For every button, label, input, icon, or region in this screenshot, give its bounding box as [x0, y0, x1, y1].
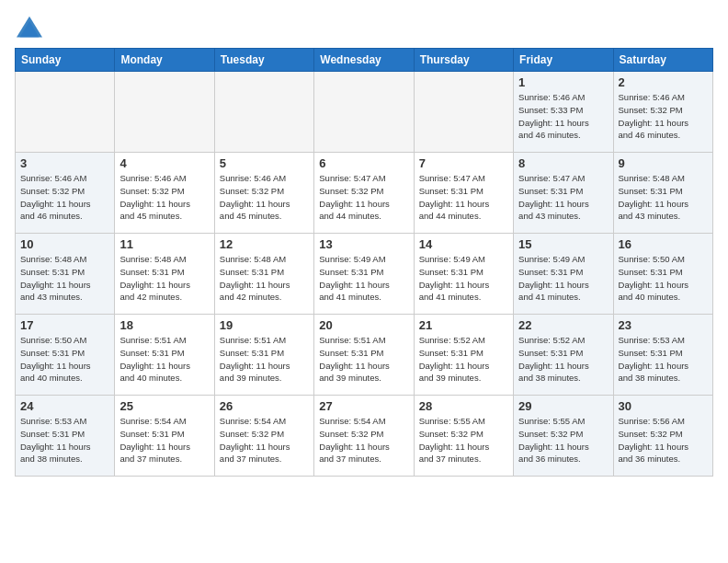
- page-header: [15, 15, 713, 40]
- calendar-cell: 22Sunrise: 5:52 AMSunset: 5:31 PMDayligh…: [514, 315, 613, 396]
- day-info: Sunrise: 5:51 AMSunset: 5:31 PMDaylight:…: [319, 334, 408, 385]
- day-number: 15: [518, 237, 608, 251]
- calendar-cell: 27Sunrise: 5:54 AMSunset: 5:32 PMDayligh…: [314, 396, 414, 477]
- week-row-3: 10Sunrise: 5:48 AMSunset: 5:31 PMDayligh…: [16, 234, 713, 315]
- day-info: Sunrise: 5:49 AMSunset: 5:31 PMDaylight:…: [319, 253, 408, 304]
- calendar-cell: 24Sunrise: 5:53 AMSunset: 5:31 PMDayligh…: [16, 396, 115, 477]
- day-number: 3: [20, 156, 109, 170]
- day-header-thursday: Thursday: [414, 49, 513, 72]
- day-number: 7: [419, 156, 508, 170]
- calendar-cell: 13Sunrise: 5:49 AMSunset: 5:31 PMDayligh…: [314, 234, 414, 315]
- calendar-cell: 1Sunrise: 5:46 AMSunset: 5:33 PMDaylight…: [514, 72, 613, 153]
- day-info: Sunrise: 5:46 AMSunset: 5:32 PMDaylight:…: [119, 172, 209, 223]
- calendar-cell: 26Sunrise: 5:54 AMSunset: 5:32 PMDayligh…: [214, 396, 313, 477]
- day-header-wednesday: Wednesday: [314, 49, 414, 72]
- logo: [15, 15, 48, 40]
- day-info: Sunrise: 5:50 AMSunset: 5:31 PMDaylight:…: [20, 334, 109, 385]
- calendar-cell: [115, 72, 214, 153]
- week-row-2: 3Sunrise: 5:46 AMSunset: 5:32 PMDaylight…: [16, 153, 713, 234]
- day-number: 19: [220, 318, 309, 332]
- day-info: Sunrise: 5:46 AMSunset: 5:32 PMDaylight:…: [619, 91, 708, 142]
- day-info: Sunrise: 5:49 AMSunset: 5:31 PMDaylight:…: [419, 253, 508, 304]
- day-number: 29: [518, 399, 608, 413]
- day-number: 20: [319, 318, 408, 332]
- day-info: Sunrise: 5:52 AMSunset: 5:31 PMDaylight:…: [518, 334, 608, 385]
- calendar-cell: 2Sunrise: 5:46 AMSunset: 5:32 PMDaylight…: [613, 72, 712, 153]
- day-number: 27: [319, 399, 408, 413]
- calendar-cell: 30Sunrise: 5:56 AMSunset: 5:32 PMDayligh…: [613, 396, 712, 477]
- calendar-cell: 6Sunrise: 5:47 AMSunset: 5:32 PMDaylight…: [314, 153, 414, 234]
- day-info: Sunrise: 5:46 AMSunset: 5:32 PMDaylight:…: [20, 172, 109, 223]
- day-number: 16: [619, 237, 708, 251]
- calendar-cell: 9Sunrise: 5:48 AMSunset: 5:31 PMDaylight…: [613, 153, 712, 234]
- day-number: 26: [220, 399, 309, 413]
- day-info: Sunrise: 5:47 AMSunset: 5:31 PMDaylight:…: [518, 172, 608, 223]
- day-header-monday: Monday: [115, 49, 214, 72]
- day-info: Sunrise: 5:49 AMSunset: 5:31 PMDaylight:…: [518, 253, 608, 304]
- day-number: 18: [119, 318, 209, 332]
- day-number: 4: [119, 156, 209, 170]
- calendar-cell: 23Sunrise: 5:53 AMSunset: 5:31 PMDayligh…: [613, 315, 712, 396]
- day-info: Sunrise: 5:53 AMSunset: 5:31 PMDaylight:…: [619, 334, 708, 385]
- day-number: 11: [119, 237, 209, 251]
- calendar-cell: 12Sunrise: 5:48 AMSunset: 5:31 PMDayligh…: [214, 234, 313, 315]
- calendar-cell: 5Sunrise: 5:46 AMSunset: 5:32 PMDaylight…: [214, 153, 313, 234]
- day-info: Sunrise: 5:54 AMSunset: 5:31 PMDaylight:…: [119, 415, 209, 465]
- calendar-cell: 11Sunrise: 5:48 AMSunset: 5:31 PMDayligh…: [115, 234, 214, 315]
- day-info: Sunrise: 5:46 AMSunset: 5:32 PMDaylight:…: [220, 172, 309, 223]
- day-number: 25: [119, 399, 209, 413]
- day-header-sunday: Sunday: [16, 49, 115, 72]
- calendar-cell: 4Sunrise: 5:46 AMSunset: 5:32 PMDaylight…: [115, 153, 214, 234]
- day-number: 17: [20, 318, 109, 332]
- day-number: 5: [220, 156, 309, 170]
- calendar-cell: 10Sunrise: 5:48 AMSunset: 5:31 PMDayligh…: [16, 234, 115, 315]
- day-number: 13: [319, 237, 408, 251]
- week-row-1: 1Sunrise: 5:46 AMSunset: 5:33 PMDaylight…: [16, 72, 713, 153]
- calendar-table: SundayMondayTuesdayWednesdayThursdayFrid…: [15, 48, 713, 477]
- day-info: Sunrise: 5:47 AMSunset: 5:32 PMDaylight:…: [319, 172, 408, 223]
- day-number: 12: [220, 237, 309, 251]
- day-info: Sunrise: 5:47 AMSunset: 5:31 PMDaylight:…: [419, 172, 508, 223]
- day-info: Sunrise: 5:48 AMSunset: 5:31 PMDaylight:…: [220, 253, 309, 304]
- day-number: 1: [518, 75, 608, 89]
- day-info: Sunrise: 5:50 AMSunset: 5:31 PMDaylight:…: [619, 253, 708, 304]
- calendar-cell: [16, 72, 115, 153]
- day-number: 2: [619, 75, 708, 89]
- calendar-cell: 14Sunrise: 5:49 AMSunset: 5:31 PMDayligh…: [414, 234, 513, 315]
- calendar-cell: [414, 72, 513, 153]
- day-number: 23: [619, 318, 708, 332]
- calendar-cell: 8Sunrise: 5:47 AMSunset: 5:31 PMDaylight…: [514, 153, 613, 234]
- calendar-cell: 20Sunrise: 5:51 AMSunset: 5:31 PMDayligh…: [314, 315, 414, 396]
- calendar-cell: 29Sunrise: 5:55 AMSunset: 5:32 PMDayligh…: [514, 396, 613, 477]
- day-header-saturday: Saturday: [613, 49, 712, 72]
- day-number: 10: [20, 237, 109, 251]
- day-info: Sunrise: 5:54 AMSunset: 5:32 PMDaylight:…: [319, 415, 408, 465]
- calendar-cell: 7Sunrise: 5:47 AMSunset: 5:31 PMDaylight…: [414, 153, 513, 234]
- day-info: Sunrise: 5:48 AMSunset: 5:31 PMDaylight:…: [119, 253, 209, 304]
- calendar-cell: 3Sunrise: 5:46 AMSunset: 5:32 PMDaylight…: [16, 153, 115, 234]
- day-number: 24: [20, 399, 109, 413]
- day-header-friday: Friday: [514, 49, 613, 72]
- day-header-row: SundayMondayTuesdayWednesdayThursdayFrid…: [16, 49, 713, 72]
- day-info: Sunrise: 5:51 AMSunset: 5:31 PMDaylight:…: [220, 334, 309, 385]
- day-number: 6: [319, 156, 408, 170]
- calendar-cell: 18Sunrise: 5:51 AMSunset: 5:31 PMDayligh…: [115, 315, 214, 396]
- week-row-5: 24Sunrise: 5:53 AMSunset: 5:31 PMDayligh…: [16, 396, 713, 477]
- day-number: 30: [619, 399, 708, 413]
- day-number: 22: [518, 318, 608, 332]
- calendar-cell: [314, 72, 414, 153]
- logo-icon: [15, 15, 44, 40]
- day-info: Sunrise: 5:48 AMSunset: 5:31 PMDaylight:…: [619, 172, 708, 223]
- day-info: Sunrise: 5:46 AMSunset: 5:33 PMDaylight:…: [518, 91, 608, 142]
- day-info: Sunrise: 5:53 AMSunset: 5:31 PMDaylight:…: [20, 415, 109, 465]
- calendar-cell: 25Sunrise: 5:54 AMSunset: 5:31 PMDayligh…: [115, 396, 214, 477]
- calendar-cell: 28Sunrise: 5:55 AMSunset: 5:32 PMDayligh…: [414, 396, 513, 477]
- day-info: Sunrise: 5:51 AMSunset: 5:31 PMDaylight:…: [119, 334, 209, 385]
- week-row-4: 17Sunrise: 5:50 AMSunset: 5:31 PMDayligh…: [16, 315, 713, 396]
- day-number: 14: [419, 237, 508, 251]
- calendar-cell: 16Sunrise: 5:50 AMSunset: 5:31 PMDayligh…: [613, 234, 712, 315]
- calendar-cell: 19Sunrise: 5:51 AMSunset: 5:31 PMDayligh…: [214, 315, 313, 396]
- calendar-cell: 21Sunrise: 5:52 AMSunset: 5:31 PMDayligh…: [414, 315, 513, 396]
- day-info: Sunrise: 5:52 AMSunset: 5:31 PMDaylight:…: [419, 334, 508, 385]
- day-info: Sunrise: 5:56 AMSunset: 5:32 PMDaylight:…: [619, 415, 708, 465]
